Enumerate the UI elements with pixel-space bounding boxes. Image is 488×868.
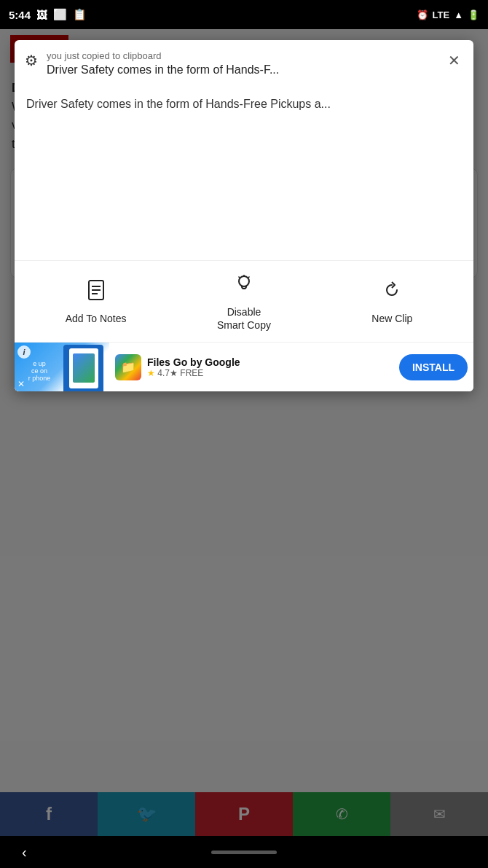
ad-banner: i e upce onr phone ✕ 📁 Files Go by Googl… bbox=[15, 342, 473, 391]
modal-body: Driver Safety comes in the form of Hands… bbox=[15, 85, 473, 260]
modal-actions: Add To Notes Disable Smart Copy bbox=[15, 260, 473, 342]
status-bar-right: ⏰ LTE ▲ 🔋 bbox=[417, 9, 479, 20]
home-indicator bbox=[211, 851, 277, 854]
close-button[interactable]: ✕ bbox=[445, 50, 463, 71]
ad-app-name: Files Go by Google bbox=[147, 356, 393, 368]
notes-icon bbox=[85, 279, 107, 306]
add-to-notes-button[interactable]: Add To Notes bbox=[60, 279, 133, 325]
battery-icon: 🔋 bbox=[468, 9, 479, 20]
ad-star: ★ bbox=[147, 368, 157, 378]
svg-point-4 bbox=[239, 276, 249, 286]
lte-label: LTE bbox=[433, 9, 450, 20]
status-bar-left: 5:44 🖼 ⬜ 📋 bbox=[9, 8, 87, 21]
signal-icon: ▲ bbox=[454, 9, 463, 20]
photo-icon: 🖼 bbox=[36, 9, 47, 21]
status-time: 5:44 bbox=[9, 9, 31, 21]
new-clip-label: New Clip bbox=[371, 312, 412, 325]
screen-icon: ⬜ bbox=[53, 8, 67, 21]
add-to-notes-label: Add To Notes bbox=[66, 312, 127, 325]
clipboard-modal: ⚙ you just copied to clipboard Driver Sa… bbox=[15, 40, 473, 391]
ad-install-button[interactable]: INSTALL bbox=[399, 354, 468, 380]
bulb-icon bbox=[233, 273, 255, 300]
back-button[interactable]: ‹ bbox=[22, 844, 27, 861]
ad-image: i e upce onr phone ✕ bbox=[15, 343, 109, 392]
modal-body-text: Driver Safety comes in the form of Hands… bbox=[26, 98, 331, 110]
modal-title: Driver Safety comes in the form of Hands… bbox=[47, 63, 445, 78]
modal-subtitle: you just copied to clipboard bbox=[47, 50, 445, 61]
files-go-icon: 📁 bbox=[115, 354, 141, 380]
settings-icon[interactable]: ⚙ bbox=[25, 52, 38, 69]
navigation-bar: ‹ bbox=[0, 836, 488, 868]
refresh-icon bbox=[381, 279, 403, 306]
disable-smart-copy-button[interactable]: Disable Smart Copy bbox=[208, 273, 280, 332]
ad-text: Files Go by Google ★ 4.7★ FREE bbox=[147, 356, 393, 378]
ad-close-icon[interactable]: ✕ bbox=[17, 379, 25, 389]
ad-content: 📁 Files Go by Google ★ 4.7★ FREE INSTALL bbox=[109, 350, 473, 385]
alarm-icon: ⏰ bbox=[417, 9, 428, 20]
ad-rating: ★ 4.7★ FREE bbox=[147, 368, 393, 378]
modal-header-text: you just copied to clipboard Driver Safe… bbox=[47, 50, 445, 78]
new-clip-button[interactable]: New Clip bbox=[355, 279, 428, 325]
disable-smart-copy-label: Disable Smart Copy bbox=[217, 305, 271, 332]
modal-header: ⚙ you just copied to clipboard Driver Sa… bbox=[15, 40, 473, 85]
ad-logo: 📁 bbox=[115, 354, 141, 380]
clipboard-icon: 📋 bbox=[73, 8, 87, 21]
svg-line-7 bbox=[238, 276, 240, 278]
ad-text-overlay: e upce onr phone bbox=[20, 360, 58, 382]
svg-line-8 bbox=[248, 276, 250, 278]
status-bar: 5:44 🖼 ⬜ 📋 ⏰ LTE ▲ 🔋 bbox=[0, 0, 488, 29]
